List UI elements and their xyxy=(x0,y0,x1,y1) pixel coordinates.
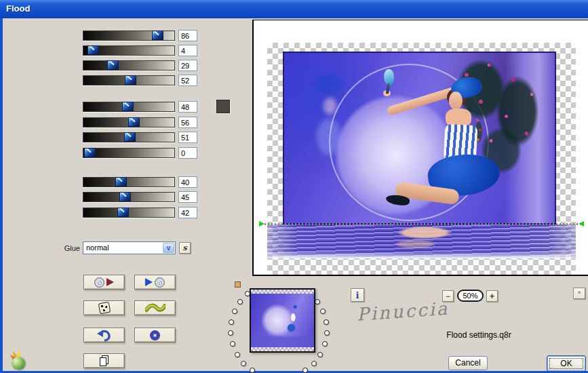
water-color-swatch[interactable] xyxy=(216,100,230,113)
memory-dot[interactable] xyxy=(241,361,246,366)
info-button[interactable]: i xyxy=(351,288,364,302)
budgie-bird xyxy=(384,69,394,85)
copy-button[interactable] xyxy=(83,353,125,368)
glue-label: Glue xyxy=(0,244,80,252)
height-slider[interactable] xyxy=(83,192,175,202)
pear-icon xyxy=(12,357,25,370)
scroll-up-button[interactable]: ^ xyxy=(573,288,585,299)
slider-thumb[interactable] xyxy=(124,132,136,142)
woman-face xyxy=(449,92,463,110)
flood-water-ripples xyxy=(267,224,576,258)
memory-dot[interactable] xyxy=(229,319,234,325)
slider-thumb[interactable] xyxy=(107,60,119,70)
randomize-button[interactable] xyxy=(83,300,125,315)
dice-icon xyxy=(98,302,111,315)
memory-dot[interactable] xyxy=(315,299,320,305)
waviness-slider[interactable] xyxy=(83,102,175,112)
load-settings-button[interactable] xyxy=(83,275,125,290)
settings-filename: Flood settings.q8r xyxy=(438,330,520,340)
brilliance-value-input[interactable] xyxy=(178,132,197,143)
slider-thumb[interactable] xyxy=(87,45,99,55)
glue-dropdown[interactable]: normal v xyxy=(83,241,176,254)
perspective-slider[interactable] xyxy=(83,60,175,71)
undo-button[interactable] xyxy=(83,328,125,342)
ok-button[interactable]: OK xyxy=(547,355,586,372)
wave-icon xyxy=(145,303,165,313)
glue-shuffle-button[interactable]: s xyxy=(179,242,191,254)
size-value-input[interactable] xyxy=(178,176,197,188)
reset-button[interactable] xyxy=(134,328,176,342)
slider-thumb[interactable] xyxy=(128,117,140,127)
blur-slider[interactable] xyxy=(83,148,175,158)
titlebar[interactable]: Flood xyxy=(0,0,588,18)
slider-thumb[interactable] xyxy=(84,148,96,157)
window-border-left xyxy=(0,18,3,373)
save-settings-button[interactable] xyxy=(134,275,176,290)
zoom-in-button[interactable]: + xyxy=(486,290,498,302)
preview-image[interactable] xyxy=(283,52,556,224)
horizon-slider[interactable] xyxy=(83,31,175,41)
memory-dot[interactable] xyxy=(322,341,328,347)
waviness-value-input[interactable] xyxy=(178,101,197,113)
offset-value-input[interactable] xyxy=(178,45,197,56)
slider-thumb[interactable] xyxy=(122,102,134,111)
memory-dot[interactable] xyxy=(311,361,317,366)
waterline-arrow-left[interactable] xyxy=(259,221,264,227)
horizon-value-input[interactable] xyxy=(178,30,197,41)
flaming-pear-logo xyxy=(9,351,30,372)
memory-dot[interactable] xyxy=(232,309,237,314)
memory-dot[interactable] xyxy=(235,352,240,357)
complexity-value-input[interactable] xyxy=(178,117,197,128)
waterline-marker[interactable] xyxy=(264,223,579,225)
memory-dot[interactable] xyxy=(237,299,243,305)
zoom-out-button[interactable]: − xyxy=(442,290,454,302)
altitude-slider[interactable] xyxy=(83,75,175,85)
thumbnail-image xyxy=(251,290,314,351)
disc-icon xyxy=(94,277,104,288)
zoom-level-display: 50% xyxy=(457,290,484,302)
memory-dot[interactable] xyxy=(250,368,255,373)
slider-thumb[interactable] xyxy=(117,208,129,217)
glue-selected-value: normal xyxy=(86,243,109,252)
memory-dot[interactable] xyxy=(230,341,235,347)
size-slider[interactable] xyxy=(83,177,175,187)
flame-icon xyxy=(16,349,21,357)
undo-arrow-icon xyxy=(97,329,112,342)
copy-pages-icon xyxy=(99,355,110,366)
memory-dot[interactable] xyxy=(324,319,329,325)
play-blue-icon xyxy=(145,278,153,286)
brilliance-slider[interactable] xyxy=(83,132,175,142)
complexity-slider[interactable] xyxy=(83,117,175,127)
settings-thumbnail[interactable] xyxy=(250,288,315,353)
blur-value-input[interactable] xyxy=(178,147,197,159)
cancel-button[interactable]: Cancel xyxy=(448,356,488,370)
perspective-value-input[interactable] xyxy=(178,60,197,71)
slider-thumb[interactable] xyxy=(152,31,163,40)
slider-thumb[interactable] xyxy=(119,192,131,201)
dropdown-arrow-button[interactable]: v xyxy=(163,243,174,253)
preview-canvas[interactable] xyxy=(252,20,588,276)
waterline-arrow-right[interactable] xyxy=(579,221,584,227)
disc-icon xyxy=(155,277,165,288)
height-value-input[interactable] xyxy=(178,191,197,203)
offset-slider[interactable] xyxy=(83,45,175,56)
play-red-icon xyxy=(106,278,114,286)
memory-dot[interactable] xyxy=(302,368,308,373)
ring-icon xyxy=(150,330,160,340)
memory-dot[interactable] xyxy=(317,352,323,357)
memory-dot[interactable] xyxy=(320,309,326,314)
watermark-signature: Pinuccia xyxy=(356,298,452,325)
slider-thumb[interactable] xyxy=(125,75,136,85)
flood-plugin-window: Flood Horizon Offset Perspective Altitud… xyxy=(0,0,588,373)
altitude-value-input[interactable] xyxy=(178,75,197,86)
wave-style-button[interactable] xyxy=(134,300,176,315)
memory-dot[interactable] xyxy=(228,330,233,336)
undulation-value-input[interactable] xyxy=(178,207,197,218)
slider-thumb[interactable] xyxy=(115,177,127,186)
undulation-slider[interactable] xyxy=(83,208,175,218)
chevron-down-icon: v xyxy=(163,243,174,253)
memory-dot[interactable] xyxy=(324,330,330,336)
window-title: Flood xyxy=(6,3,30,14)
